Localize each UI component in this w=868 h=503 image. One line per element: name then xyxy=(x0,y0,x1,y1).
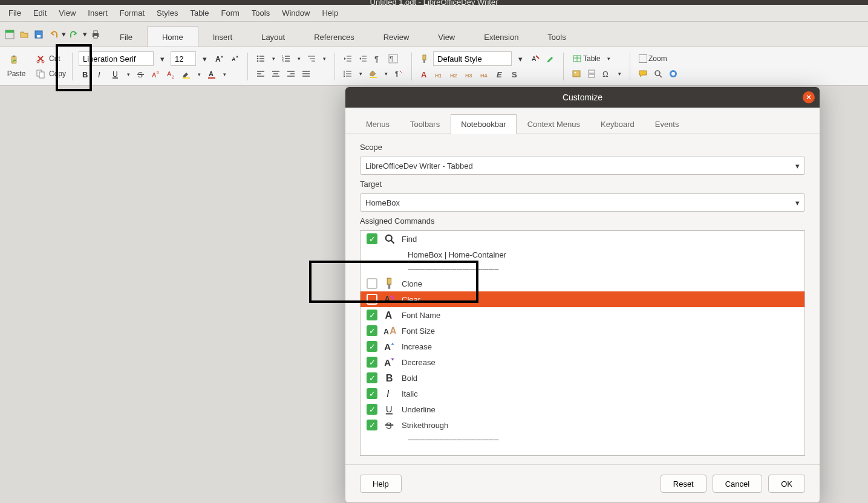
outline-list-icon[interactable] xyxy=(305,52,318,65)
char-style-icon[interactable]: A xyxy=(418,68,431,81)
font-size-dropdown[interactable]: ▾ xyxy=(198,52,211,65)
redo-dropdown[interactable]: ▾ xyxy=(83,30,87,39)
para-color-icon[interactable]: ¶ xyxy=(392,67,405,80)
font-name-input[interactable] xyxy=(83,54,149,63)
tab-review[interactable]: Review xyxy=(369,27,424,47)
command-row[interactable]: ✓ A Increase xyxy=(361,339,804,354)
insert-image-icon[interactable] xyxy=(570,67,583,80)
command-checkbox[interactable]: ✓ xyxy=(367,404,377,415)
align-justify-icon[interactable] xyxy=(299,67,313,80)
command-checkbox[interactable]: ✓ xyxy=(367,372,377,383)
command-row[interactable]: ✓ A Decrease xyxy=(361,354,804,370)
copy-icon[interactable] xyxy=(34,67,47,80)
align-center-icon[interactable] xyxy=(269,67,282,80)
clear-formatting-icon[interactable]: A xyxy=(529,52,542,65)
command-row[interactable]: ✓ B Bold xyxy=(361,370,804,386)
redo-icon[interactable] xyxy=(68,28,80,41)
emphasis-icon[interactable]: E xyxy=(494,68,507,81)
target-select[interactable]: HomeBox ▾ xyxy=(360,193,805,212)
h4-icon[interactable]: H4 xyxy=(478,68,492,81)
menu-view[interactable]: View xyxy=(53,5,82,21)
font-size-combo[interactable] xyxy=(171,51,196,66)
dialog-tab-contextmenus[interactable]: Context Menus xyxy=(518,115,590,134)
open-icon[interactable] xyxy=(18,28,30,41)
dialog-tab-keyboard[interactable]: Keyboard xyxy=(591,115,644,134)
italic-icon[interactable]: I xyxy=(94,68,107,81)
menu-format[interactable]: Format xyxy=(114,5,151,21)
whatsthis-icon[interactable] xyxy=(667,67,680,80)
h2-icon[interactable]: H2 xyxy=(448,68,462,81)
table-button[interactable]: Table xyxy=(570,52,603,65)
bullet-list-icon[interactable] xyxy=(254,52,267,65)
menu-insert[interactable]: Insert xyxy=(82,5,114,21)
tab-extension[interactable]: Extension xyxy=(469,27,533,47)
reset-button[interactable]: Reset xyxy=(661,475,706,493)
command-checkbox[interactable]: ✓ xyxy=(367,388,377,399)
command-checkbox[interactable]: ✓ xyxy=(367,341,377,352)
bg-color-icon[interactable] xyxy=(367,67,380,80)
font-name-dropdown[interactable]: ▾ xyxy=(155,52,169,65)
align-right-icon[interactable] xyxy=(284,67,298,80)
menu-file[interactable]: File xyxy=(2,5,27,21)
para-style-dropdown[interactable]: ▾ xyxy=(514,52,527,65)
spacing-dropdown[interactable]: ▾ xyxy=(356,71,365,77)
command-checkbox[interactable] xyxy=(367,294,377,305)
print-icon[interactable] xyxy=(90,28,102,41)
font-color-icon[interactable]: A xyxy=(205,68,218,81)
zoom-checkbox[interactable]: Zoom xyxy=(636,52,670,65)
font-name-combo[interactable] xyxy=(79,51,154,66)
table-dropdown[interactable]: ▾ xyxy=(605,56,613,62)
highlight-color-icon[interactable] xyxy=(180,68,193,81)
tab-references[interactable]: References xyxy=(299,27,368,47)
command-row[interactable]: ✓ I Italic xyxy=(361,386,804,401)
menubar-toggle-icon[interactable] xyxy=(4,28,16,41)
shrink-font-icon[interactable]: A xyxy=(228,52,241,65)
command-row[interactable]: ✓ Find xyxy=(361,231,804,247)
h3-icon[interactable]: H3 xyxy=(463,68,477,81)
outline-dropdown[interactable]: ▾ xyxy=(320,56,328,62)
dialog-tab-notebookbar[interactable]: Notebookbar xyxy=(451,114,516,134)
para-style-combo[interactable] xyxy=(433,51,512,66)
line-spacing-icon[interactable] xyxy=(341,67,354,80)
strong-icon[interactable]: S xyxy=(509,68,522,81)
tab-tools[interactable]: Tools xyxy=(533,27,580,47)
superscript-icon[interactable]: Ab xyxy=(149,68,163,81)
find-icon[interactable] xyxy=(651,67,665,80)
clone-formatting-icon[interactable] xyxy=(418,52,431,65)
grow-font-icon[interactable]: A xyxy=(213,52,226,65)
undo-icon[interactable] xyxy=(47,28,59,41)
underline-icon[interactable]: U xyxy=(109,68,122,81)
h1-icon[interactable]: H1 xyxy=(433,68,446,81)
bold-icon[interactable]: B xyxy=(79,68,92,81)
cancel-button[interactable]: Cancel xyxy=(713,475,762,493)
assigned-commands-list[interactable]: ✓ Find HomeBox | Home-Container---------… xyxy=(360,230,805,456)
menu-form[interactable]: Form xyxy=(215,5,245,21)
paste-button[interactable]: Paste xyxy=(4,55,29,78)
tab-file[interactable]: File xyxy=(105,27,147,47)
highlight-dropdown[interactable]: ▾ xyxy=(195,71,203,77)
tab-view[interactable]: View xyxy=(423,27,469,47)
menu-tools[interactable]: Tools xyxy=(246,5,276,21)
undo-dropdown[interactable]: ▾ xyxy=(62,30,66,39)
indent-decrease-icon[interactable] xyxy=(341,52,354,65)
formatting-marks-icon[interactable]: ¶ xyxy=(371,52,385,65)
command-checkbox[interactable]: ✓ xyxy=(367,420,377,430)
menu-table[interactable]: Table xyxy=(184,5,215,21)
indent-increase-icon[interactable] xyxy=(356,52,370,65)
command-checkbox[interactable]: ✓ xyxy=(367,310,377,320)
ok-button[interactable]: OK xyxy=(768,475,805,493)
underline-dropdown[interactable]: ▾ xyxy=(124,71,132,77)
subscript-icon[interactable]: A2 xyxy=(165,68,178,81)
font-size-input[interactable] xyxy=(175,54,192,63)
bgcolor-dropdown[interactable]: ▾ xyxy=(382,71,390,77)
strikethrough-icon[interactable]: S xyxy=(134,68,148,81)
tab-layout[interactable]: Layout xyxy=(247,27,299,47)
command-row[interactable]: ✓ AA Font Size xyxy=(361,323,804,339)
number-dropdown[interactable]: ▾ xyxy=(295,56,303,62)
command-checkbox[interactable] xyxy=(367,278,377,289)
scope-select[interactable]: LibreOfficeDev Writer - Tabbed ▾ xyxy=(360,157,805,175)
menu-styles[interactable]: Styles xyxy=(151,5,184,21)
cut-icon[interactable] xyxy=(34,52,47,65)
help-button[interactable]: Help xyxy=(360,475,402,493)
fontcolor-dropdown[interactable]: ▾ xyxy=(220,71,229,77)
